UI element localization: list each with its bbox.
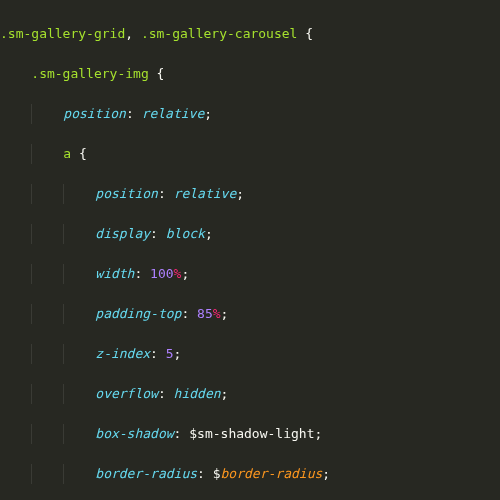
code-line: position: relative; bbox=[0, 104, 500, 124]
code-line: .sm-gallery-img { bbox=[0, 64, 500, 84]
code-line: display: block; bbox=[0, 224, 500, 244]
code-line: box-shadow: $sm-shadow-light; bbox=[0, 424, 500, 444]
code-editor: .sm-gallery-grid, .sm-gallery-carousel {… bbox=[0, 0, 500, 500]
selector: .sm-gallery-grid bbox=[0, 26, 125, 41]
selector: .sm-gallery-img bbox=[31, 66, 148, 81]
code-line: padding-top: 85%; bbox=[0, 304, 500, 324]
selector: .sm-gallery-carousel bbox=[141, 26, 298, 41]
code-line: border-radius: $border-radius; bbox=[0, 464, 500, 484]
code-line: position: relative; bbox=[0, 184, 500, 204]
code-line: a { bbox=[0, 144, 500, 164]
code-line: width: 100%; bbox=[0, 264, 500, 284]
selector: a bbox=[63, 146, 71, 161]
code-line: z-index: 5; bbox=[0, 344, 500, 364]
code-line: .sm-gallery-grid, .sm-gallery-carousel { bbox=[0, 24, 500, 44]
code-line: overflow: hidden; bbox=[0, 384, 500, 404]
